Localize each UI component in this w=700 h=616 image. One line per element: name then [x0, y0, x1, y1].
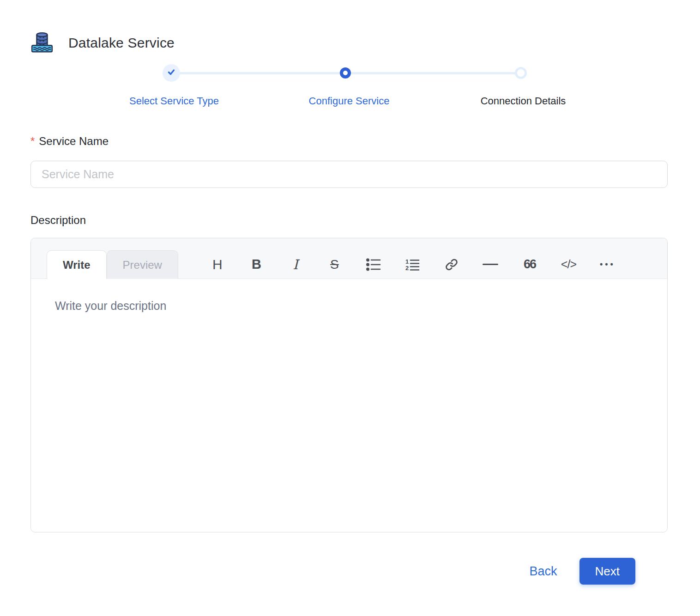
stepper: Select Service Type Configure Service Co… [0, 54, 700, 115]
horizontal-rule-icon[interactable] [483, 255, 498, 274]
horizontal-rule-glyph [483, 264, 498, 265]
more-options-icon[interactable]: ••• [600, 255, 616, 274]
svg-text:1: 1 [405, 258, 409, 265]
step-indicator-connection-details [515, 67, 527, 79]
page-title: Datalake Service [68, 35, 175, 51]
service-name-input[interactable] [30, 161, 668, 188]
step-label-connection-details: Connection Details [481, 95, 566, 107]
back-button[interactable]: Back [530, 564, 557, 579]
editor-tabs: Write Preview [47, 250, 178, 278]
step-indicator-configure-service [340, 67, 351, 79]
editor-write-area [31, 279, 667, 532]
service-name-field: * Service Name [30, 135, 668, 188]
code-icon[interactable]: </> [561, 255, 576, 274]
description-field: Description Write Preview H B I S [30, 214, 668, 532]
check-icon [167, 67, 176, 79]
heading-icon[interactable]: H [210, 255, 225, 274]
description-label: Description [30, 214, 668, 227]
datalake-service-wizard: Datalake Service Select Service Type Con… [0, 0, 700, 616]
page-header: Datalake Service [0, 0, 700, 54]
quote-icon[interactable]: 66 [522, 255, 537, 274]
numbered-list-icon[interactable]: 1 2 [404, 255, 420, 274]
editor-toolbar: H B I S 1 [178, 238, 667, 278]
italic-icon[interactable]: I [288, 255, 303, 274]
tab-preview[interactable]: Preview [107, 250, 178, 279]
bullet-list-icon[interactable] [366, 255, 381, 274]
required-marker: * [30, 135, 35, 148]
datalake-service-icon [30, 30, 54, 55]
svg-text:2: 2 [405, 265, 409, 271]
next-button[interactable]: Next [579, 558, 635, 585]
step-label-configure-service: Configure Service [309, 95, 390, 107]
markdown-editor: Write Preview H B I S [30, 238, 668, 532]
step-label-select-service-type: Select Service Type [129, 95, 219, 107]
tab-write[interactable]: Write [47, 250, 107, 279]
wizard-footer: Back Next [30, 558, 668, 585]
bold-icon[interactable]: B [248, 255, 264, 274]
description-textarea[interactable] [31, 279, 667, 532]
link-icon[interactable] [444, 255, 459, 274]
step-indicator-select-service-type [163, 64, 180, 82]
strikethrough-icon[interactable]: S [326, 255, 342, 274]
configure-service-form: * Service Name Description Write Preview… [0, 135, 700, 585]
editor-toolbar-bar: Write Preview H B I S [31, 238, 667, 279]
service-name-label: * Service Name [30, 135, 668, 148]
